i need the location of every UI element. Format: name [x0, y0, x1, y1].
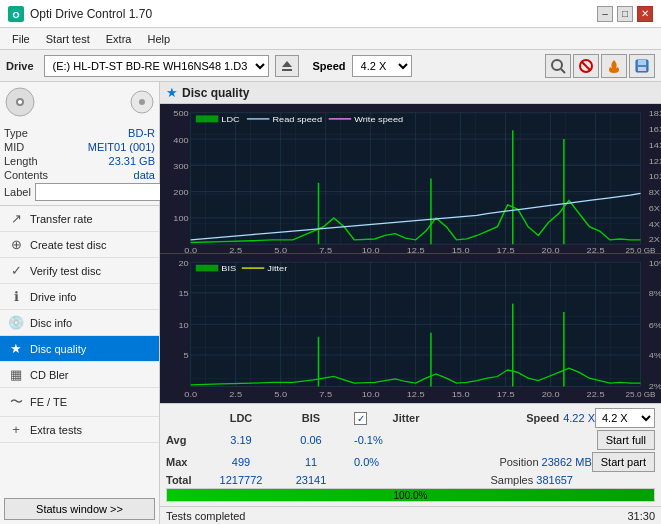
sidebar-item-disc-info[interactable]: 💿 Disc info [0, 310, 159, 336]
avg-ldc: 3.19 [206, 434, 276, 446]
svg-point-4 [552, 60, 562, 70]
transfer-rate-icon: ↗ [8, 211, 24, 226]
erase-button[interactable] [573, 54, 599, 78]
extra-tests-icon: + [8, 422, 24, 437]
speed-label-static: Speed [526, 412, 559, 424]
save-button[interactable] [629, 54, 655, 78]
create-test-disc-icon: ⊕ [8, 237, 24, 252]
svg-text:2.5: 2.5 [229, 390, 242, 399]
max-row: Max 499 11 0.0% Position 23862 MB Start … [166, 452, 655, 472]
start-full-button[interactable]: Start full [597, 430, 655, 450]
sidebar-item-cd-bler[interactable]: ▦ CD Bler [0, 362, 159, 388]
speed-dropdown[interactable]: 4.2 X [595, 408, 655, 428]
disc-length-label: Length [4, 155, 38, 167]
speed-select[interactable]: 4.2 X [352, 55, 412, 77]
drive-select[interactable]: (E:) HL-DT-ST BD-RE WH16NS48 1.D3 [44, 55, 269, 77]
sidebar-item-disc-quality[interactable]: ★ Disc quality [0, 336, 159, 362]
disc-contents-row: Contents data [4, 169, 155, 181]
jitter-checkbox[interactable]: ✓ [354, 412, 367, 425]
stats-panel: LDC BIS ✓ Jitter Speed 4.22 X 4.2 X [160, 403, 661, 506]
menu-file[interactable]: File [4, 31, 38, 47]
sidebar-item-fe-te[interactable]: 〜 FE / TE [0, 388, 159, 417]
svg-text:16X: 16X [649, 125, 661, 134]
svg-text:12.5: 12.5 [407, 246, 425, 253]
position-val: 23862 MB [542, 456, 592, 468]
svg-text:300: 300 [173, 161, 189, 170]
jitter-section: ✓ Jitter [354, 412, 516, 425]
sidebar-item-create-test-disc[interactable]: ⊕ Create test disc [0, 232, 159, 258]
svg-text:20.0: 20.0 [542, 390, 560, 399]
sidebar-item-drive-info[interactable]: ℹ Drive info [0, 284, 159, 310]
svg-text:17.5: 17.5 [497, 246, 515, 253]
svg-text:500: 500 [173, 109, 189, 118]
svg-text:5.0: 5.0 [274, 246, 287, 253]
svg-text:0.0: 0.0 [184, 246, 197, 253]
svg-text:15.0: 15.0 [452, 246, 470, 253]
menu-help[interactable]: Help [139, 31, 178, 47]
svg-text:2X: 2X [649, 235, 661, 244]
disc-length-value: 23.31 GB [109, 155, 155, 167]
close-button[interactable]: ✕ [637, 6, 653, 22]
disc-icon [4, 86, 36, 123]
svg-text:Read speed: Read speed [272, 115, 322, 124]
position-label: Position [499, 456, 541, 468]
drive-info-icon: ℹ [8, 289, 24, 304]
disc-type-value: BD-R [128, 127, 155, 139]
avg-jitter: -0.1% [354, 434, 597, 446]
progress-text: 100.0% [167, 489, 654, 501]
charts-area: 500 400 300 200 100 18X 16X 14X 12X 10X … [160, 104, 661, 403]
start-part-area: Start part [592, 452, 655, 472]
svg-text:7.5: 7.5 [319, 390, 332, 399]
avg-row: Avg 3.19 0.06 -0.1% Start full [166, 430, 655, 450]
minimize-button[interactable]: – [597, 6, 613, 22]
menu-bar: File Start test Extra Help [0, 28, 661, 50]
svg-marker-2 [282, 61, 292, 67]
sidebar-item-extra-tests-label: Extra tests [30, 424, 82, 436]
bis-chart-container: 20 15 10 5 10% 8% 6% 4% 2% 0.0 2.5 5.0 7… [160, 254, 661, 403]
disc-mid-value: MEIT01 (001) [88, 141, 155, 153]
svg-rect-9 [638, 60, 646, 65]
sidebar-item-extra-tests[interactable]: + Extra tests [0, 417, 159, 443]
start-full-area: Start full [597, 430, 655, 450]
status-bar: Tests completed 31:30 [160, 506, 661, 524]
sidebar-item-drive-info-label: Drive info [30, 291, 76, 303]
svg-text:17.5: 17.5 [497, 390, 515, 399]
max-bis: 11 [276, 456, 346, 468]
scan-button[interactable] [545, 54, 571, 78]
maximize-button[interactable]: □ [617, 6, 633, 22]
svg-text:10%: 10% [649, 258, 661, 267]
menu-start-test[interactable]: Start test [38, 31, 98, 47]
svg-text:4%: 4% [649, 351, 661, 360]
status-window-button[interactable]: Status window >> [4, 498, 155, 520]
disc-contents-value: data [134, 169, 155, 181]
eject-button[interactable] [275, 55, 299, 77]
svg-text:5: 5 [184, 351, 189, 360]
svg-text:10.0: 10.0 [362, 390, 380, 399]
window-controls: – □ ✕ [597, 6, 653, 22]
svg-rect-65 [196, 115, 218, 122]
disc-type-label: Type [4, 127, 28, 139]
svg-rect-114 [196, 265, 218, 272]
svg-text:22.5: 22.5 [587, 246, 605, 253]
sidebar-item-verify-test-disc[interactable]: ✓ Verify test disc [0, 258, 159, 284]
start-part-button[interactable]: Start part [592, 452, 655, 472]
max-label: Max [166, 456, 206, 468]
sidebar-item-transfer-rate[interactable]: ↗ Transfer rate [0, 206, 159, 232]
svg-point-13 [18, 100, 22, 104]
burn-button[interactable] [601, 54, 627, 78]
svg-text:8X: 8X [649, 188, 661, 197]
svg-text:5.0: 5.0 [274, 390, 287, 399]
svg-rect-3 [282, 69, 292, 71]
sidebar-item-disc-info-label: Disc info [30, 317, 72, 329]
svg-text:100: 100 [173, 214, 189, 223]
svg-text:14X: 14X [649, 140, 661, 149]
svg-text:20: 20 [178, 258, 189, 267]
menu-extra[interactable]: Extra [98, 31, 140, 47]
svg-text:400: 400 [173, 135, 189, 144]
speed-info: Speed 4.22 X [526, 412, 595, 424]
total-row: Total 1217772 23141 Samples 381657 [166, 474, 655, 486]
svg-line-7 [582, 62, 590, 70]
disc-label-input[interactable] [35, 183, 168, 201]
title-bar-left: O Opti Drive Control 1.70 [8, 6, 152, 22]
right-controls: 4.2 X [595, 408, 655, 428]
